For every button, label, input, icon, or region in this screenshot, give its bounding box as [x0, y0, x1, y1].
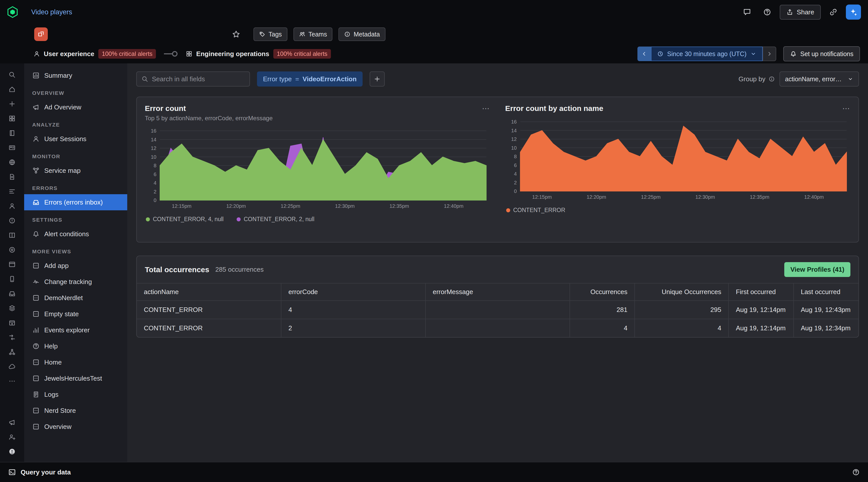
feedback-button[interactable]	[740, 4, 754, 20]
search-input[interactable]	[152, 75, 245, 83]
sidebar-item-alert-conditions[interactable]: Alert conditions	[24, 226, 127, 242]
workload-icon[interactable]	[34, 27, 48, 41]
sidebar-item-demonerdlet[interactable]: DemoNerdlet	[24, 290, 127, 306]
scope-user-experience[interactable]: User experience	[33, 50, 94, 58]
rail-announce-button[interactable]	[3, 415, 21, 430]
rail-inbox-button[interactable]	[3, 286, 21, 301]
rail-browser-button[interactable]	[3, 257, 21, 272]
add-filter-button[interactable]	[370, 71, 385, 87]
rail-avatar-button[interactable]	[3, 444, 21, 459]
newrelic-logo[interactable]	[6, 5, 19, 19]
chart-menu-button[interactable]: ⋯	[842, 104, 850, 112]
metrics-icon	[8, 188, 16, 195]
sidebar-item-errors-errors-inbox[interactable]: Errors (errors inbox)	[24, 194, 127, 210]
rail-deploy-button[interactable]	[3, 315, 21, 330]
column-header[interactable]: Last occurred	[794, 283, 859, 301]
column-header[interactable]: errorCode	[281, 283, 426, 301]
sidebar-item-service-map[interactable]: Service map	[24, 162, 127, 179]
view-profiles-button[interactable]: View Profiles (41)	[784, 262, 850, 277]
rail-docs-button[interactable]	[3, 126, 21, 140]
table-cell: Aug 19, 12:14pm	[728, 301, 793, 319]
metadata-button[interactable]: Metadata	[338, 27, 385, 41]
copy-link-button[interactable]	[826, 4, 841, 20]
rail-user-add-button[interactable]	[3, 430, 21, 444]
rail-search-button[interactable]	[3, 67, 21, 82]
column-header[interactable]: actionName	[137, 283, 281, 301]
sidebar-item-summary[interactable]: Summary	[24, 67, 127, 84]
rail-layers-button[interactable]	[3, 301, 21, 315]
legend-item[interactable]: CONTENT_ERROR, 2, null	[237, 216, 314, 223]
rail-globe-button[interactable]	[3, 155, 21, 170]
rail-metrics-button[interactable]	[3, 184, 21, 199]
footer-help-button[interactable]	[852, 468, 860, 476]
sidebar-item-events-explorer[interactable]: Events explorer	[24, 322, 127, 338]
filter-chip-error-type[interactable]: Error type = VideoErrorAction	[257, 71, 363, 87]
time-range-button[interactable]: Since 30 minutes ago (UTC)	[651, 47, 763, 61]
rail-org-button[interactable]	[3, 344, 21, 359]
svg-text:6: 6	[514, 162, 517, 168]
legend-item[interactable]: CONTENT_ERROR, 4, null	[146, 216, 223, 223]
teams-button[interactable]: Teams	[293, 27, 333, 41]
sidebar-item-add-app[interactable]: Add app	[24, 258, 127, 274]
table-row[interactable]: CONTENT_ERROR4281295Aug 19, 12:14pmAug 1…	[137, 301, 859, 319]
time-back-button[interactable]	[638, 47, 651, 61]
table-row[interactable]: CONTENT_ERROR244Aug 19, 12:14pmAug 19, 1…	[137, 319, 859, 337]
sidebar-item-home[interactable]: Home	[24, 354, 127, 370]
breadcrumb-video-players[interactable]: Video players	[31, 8, 72, 16]
favorite-star-button[interactable]	[232, 30, 240, 38]
sidebar-item-user-sessions[interactable]: User Sessions	[24, 131, 127, 147]
sidebar-item-overview[interactable]: Overview	[24, 419, 127, 435]
alert-circle-icon	[8, 217, 16, 224]
legend-swatch	[146, 217, 150, 221]
scope-engineering-operations[interactable]: Engineering operations	[186, 50, 269, 58]
rail-cloud-button[interactable]	[3, 359, 21, 374]
column-header[interactable]: Unique Occurrences	[634, 283, 728, 301]
rail-add-button[interactable]	[3, 97, 21, 111]
chart-menu-button[interactable]: ⋯	[482, 104, 490, 112]
rail-user-button[interactable]	[3, 199, 21, 213]
legend-item[interactable]: CONTENT_ERROR	[506, 207, 565, 214]
rail-alert-circle-button[interactable]	[3, 213, 21, 228]
setup-notifications-button[interactable]: Set up notifications	[783, 46, 860, 61]
rail-more-button[interactable]	[3, 374, 21, 388]
sidebar-item-logs[interactable]: Logs	[24, 386, 127, 402]
occurrences-table: actionNameerrorCodeerrorMessageOccurrenc…	[137, 283, 859, 337]
rail-apps-button[interactable]	[3, 111, 21, 126]
table-cell: Aug 19, 12:34pm	[794, 319, 859, 337]
occurrences-panel: Total occurrences 285 occurrences View P…	[136, 255, 859, 338]
help-button[interactable]	[760, 4, 775, 20]
tags-button[interactable]: Tags	[253, 27, 287, 41]
sidebar-item-jewelsherculestest[interactable]: JewelsHerculesTest	[24, 370, 127, 386]
rail-home-button[interactable]	[3, 82, 21, 97]
icon-rail	[0, 63, 24, 462]
svg-text:12:35pm: 12:35pm	[390, 203, 409, 209]
time-forward-button[interactable]	[763, 47, 776, 61]
sidebar-item-nerd-store[interactable]: Nerd Store	[24, 402, 127, 419]
query-your-data-button[interactable]: Query your data	[8, 468, 71, 476]
rail-columns-button[interactable]	[3, 228, 21, 242]
sidebar-item-empty-state[interactable]: Empty state	[24, 306, 127, 322]
column-header[interactable]: First occurred	[728, 283, 793, 301]
rail-workflows-button[interactable]	[3, 330, 21, 344]
column-header[interactable]: errorMessage	[426, 283, 570, 301]
rail-id-card-button[interactable]	[3, 140, 21, 155]
table-cell: 4	[281, 301, 426, 319]
table-cell	[426, 301, 570, 319]
rail-document-button[interactable]	[3, 170, 21, 184]
svg-text:12:25pm: 12:25pm	[641, 194, 660, 200]
grid-icon	[186, 50, 193, 57]
home-icon	[8, 86, 16, 93]
column-header[interactable]: Occurrences	[570, 283, 634, 301]
sidebar-item-ad-overview[interactable]: Ad Overview	[24, 99, 127, 115]
svg-text:12:20pm: 12:20pm	[226, 203, 246, 209]
columns-icon	[8, 232, 16, 239]
share-button[interactable]: Share	[780, 5, 821, 20]
sidebar-item-change-tracking[interactable]: Change tracking	[24, 274, 127, 290]
rail-mobile-button[interactable]	[3, 272, 21, 286]
sidebar-item-help[interactable]: Help	[24, 338, 127, 354]
critical-alerts-badge: 100% critical alerts	[98, 49, 156, 59]
ai-assistant-button[interactable]	[846, 4, 861, 20]
table-cell: 4	[634, 319, 728, 337]
group-by-select[interactable]: actionName, errorCo…	[779, 71, 859, 87]
rail-target-button[interactable]	[3, 242, 21, 257]
